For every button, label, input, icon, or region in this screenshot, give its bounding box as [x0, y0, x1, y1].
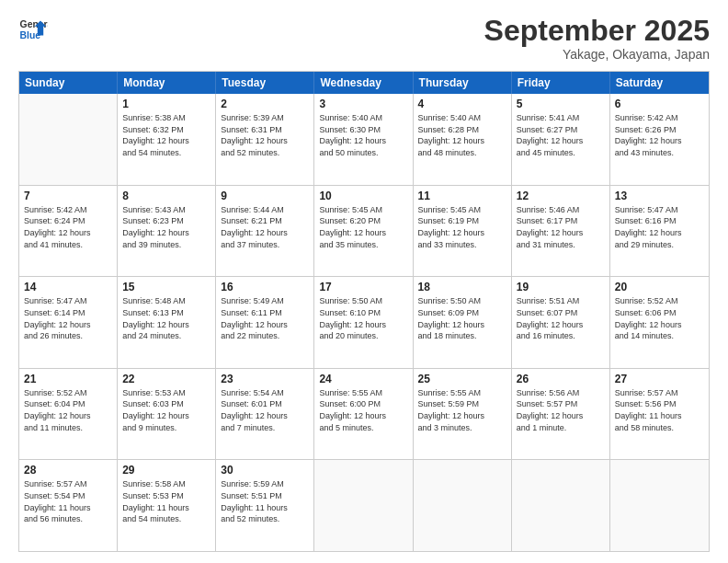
day-number: 12 [517, 190, 605, 202]
day-info: Sunrise: 5:56 AM Sunset: 5:57 PM Dayligh… [517, 387, 605, 433]
day-info: Sunrise: 5:47 AM Sunset: 6:16 PM Dayligh… [615, 204, 704, 250]
calendar-header: SundayMondayTuesdayWednesdayThursdayFrid… [19, 72, 709, 94]
day-number: 7 [24, 190, 112, 202]
day-number: 23 [221, 373, 309, 385]
day-number: 15 [122, 281, 210, 293]
calendar-cell: 23Sunrise: 5:54 AM Sunset: 6:01 PM Dayli… [216, 369, 314, 460]
day-info: Sunrise: 5:53 AM Sunset: 6:03 PM Dayligh… [122, 387, 210, 433]
day-number: 2 [221, 98, 309, 110]
day-info: Sunrise: 5:54 AM Sunset: 6:01 PM Dayligh… [221, 387, 309, 433]
logo-icon: General Blue [18, 15, 48, 44]
calendar-row: 1Sunrise: 5:38 AM Sunset: 6:32 PM Daylig… [19, 94, 709, 185]
day-info: Sunrise: 5:41 AM Sunset: 6:27 PM Dayligh… [517, 112, 605, 158]
day-info: Sunrise: 5:57 AM Sunset: 5:56 PM Dayligh… [615, 387, 704, 433]
weekday-header: Friday [512, 72, 610, 94]
day-number: 1 [122, 98, 210, 110]
calendar-cell: 4Sunrise: 5:40 AM Sunset: 6:28 PM Daylig… [414, 94, 512, 185]
calendar-cell: 2Sunrise: 5:39 AM Sunset: 6:31 PM Daylig… [216, 94, 314, 185]
calendar-cell: 14Sunrise: 5:47 AM Sunset: 6:14 PM Dayli… [19, 277, 118, 368]
calendar-body: 1Sunrise: 5:38 AM Sunset: 6:32 PM Daylig… [19, 94, 709, 551]
calendar-cell: 6Sunrise: 5:42 AM Sunset: 6:26 PM Daylig… [610, 94, 709, 185]
day-info: Sunrise: 5:38 AM Sunset: 6:32 PM Dayligh… [122, 112, 210, 158]
day-number: 18 [418, 281, 506, 293]
calendar-cell: 10Sunrise: 5:45 AM Sunset: 6:20 PM Dayli… [314, 186, 413, 277]
logo: General Blue [18, 15, 48, 44]
day-number: 27 [615, 373, 704, 385]
day-number: 20 [615, 281, 704, 293]
day-info: Sunrise: 5:59 AM Sunset: 5:51 PM Dayligh… [221, 478, 309, 524]
day-number: 5 [517, 98, 605, 110]
day-number: 29 [122, 464, 210, 477]
day-number: 10 [319, 190, 407, 202]
day-number: 6 [615, 98, 704, 110]
day-info: Sunrise: 5:45 AM Sunset: 6:20 PM Dayligh… [319, 204, 407, 250]
day-number: 26 [517, 373, 605, 385]
calendar-cell: 9Sunrise: 5:44 AM Sunset: 6:21 PM Daylig… [216, 186, 314, 277]
calendar-cell: 20Sunrise: 5:52 AM Sunset: 6:06 PM Dayli… [610, 277, 709, 368]
day-info: Sunrise: 5:45 AM Sunset: 6:19 PM Dayligh… [418, 204, 506, 250]
calendar-cell: 8Sunrise: 5:43 AM Sunset: 6:23 PM Daylig… [118, 186, 216, 277]
calendar-cell: 13Sunrise: 5:47 AM Sunset: 6:16 PM Dayli… [610, 186, 709, 277]
calendar-cell: 28Sunrise: 5:57 AM Sunset: 5:54 PM Dayli… [19, 460, 118, 551]
calendar-cell: 5Sunrise: 5:41 AM Sunset: 6:27 PM Daylig… [512, 94, 610, 185]
location: Yakage, Okayama, Japan [484, 47, 710, 62]
calendar-cell: 25Sunrise: 5:55 AM Sunset: 5:59 PM Dayli… [414, 369, 512, 460]
day-info: Sunrise: 5:57 AM Sunset: 5:54 PM Dayligh… [24, 478, 112, 524]
page-header: General Blue September 2025 Yakage, Okay… [18, 15, 710, 62]
day-number: 8 [122, 190, 210, 202]
day-info: Sunrise: 5:40 AM Sunset: 6:30 PM Dayligh… [319, 112, 407, 158]
calendar-cell: 24Sunrise: 5:55 AM Sunset: 6:00 PM Dayli… [314, 369, 413, 460]
calendar-cell [610, 460, 709, 551]
day-info: Sunrise: 5:50 AM Sunset: 6:10 PM Dayligh… [319, 295, 407, 341]
calendar-cell: 1Sunrise: 5:38 AM Sunset: 6:32 PM Daylig… [118, 94, 216, 185]
day-number: 14 [24, 281, 112, 293]
day-number: 11 [418, 190, 506, 202]
calendar-cell [314, 460, 413, 551]
day-info: Sunrise: 5:50 AM Sunset: 6:09 PM Dayligh… [418, 295, 506, 341]
calendar-cell [19, 94, 118, 185]
calendar-cell: 12Sunrise: 5:46 AM Sunset: 6:17 PM Dayli… [512, 186, 610, 277]
title-block: September 2025 Yakage, Okayama, Japan [484, 15, 710, 62]
weekday-header: Wednesday [314, 72, 413, 94]
day-info: Sunrise: 5:47 AM Sunset: 6:14 PM Dayligh… [24, 295, 112, 341]
day-info: Sunrise: 5:55 AM Sunset: 6:00 PM Dayligh… [319, 387, 407, 433]
calendar: SundayMondayTuesdayWednesdayThursdayFrid… [18, 71, 710, 552]
calendar-cell [414, 460, 512, 551]
day-number: 21 [24, 373, 112, 385]
calendar-row: 7Sunrise: 5:42 AM Sunset: 6:24 PM Daylig… [19, 185, 709, 277]
calendar-cell: 29Sunrise: 5:58 AM Sunset: 5:53 PM Dayli… [118, 460, 216, 551]
calendar-cell: 7Sunrise: 5:42 AM Sunset: 6:24 PM Daylig… [19, 186, 118, 277]
day-info: Sunrise: 5:44 AM Sunset: 6:21 PM Dayligh… [221, 204, 309, 250]
calendar-cell: 22Sunrise: 5:53 AM Sunset: 6:03 PM Dayli… [118, 369, 216, 460]
calendar-cell: 17Sunrise: 5:50 AM Sunset: 6:10 PM Dayli… [314, 277, 413, 368]
weekday-header: Saturday [610, 72, 709, 94]
day-info: Sunrise: 5:49 AM Sunset: 6:11 PM Dayligh… [221, 295, 309, 341]
day-number: 4 [418, 98, 506, 110]
calendar-cell: 3Sunrise: 5:40 AM Sunset: 6:30 PM Daylig… [314, 94, 413, 185]
weekday-header: Monday [118, 72, 216, 94]
day-info: Sunrise: 5:39 AM Sunset: 6:31 PM Dayligh… [221, 112, 309, 158]
day-info: Sunrise: 5:46 AM Sunset: 6:17 PM Dayligh… [517, 204, 605, 250]
day-number: 16 [221, 281, 309, 293]
day-number: 3 [319, 98, 407, 110]
day-info: Sunrise: 5:48 AM Sunset: 6:13 PM Dayligh… [122, 295, 210, 341]
calendar-cell: 21Sunrise: 5:52 AM Sunset: 6:04 PM Dayli… [19, 369, 118, 460]
calendar-cell: 30Sunrise: 5:59 AM Sunset: 5:51 PM Dayli… [216, 460, 314, 551]
day-number: 19 [517, 281, 605, 293]
calendar-cell: 26Sunrise: 5:56 AM Sunset: 5:57 PM Dayli… [512, 369, 610, 460]
day-info: Sunrise: 5:52 AM Sunset: 6:06 PM Dayligh… [615, 295, 704, 341]
day-info: Sunrise: 5:55 AM Sunset: 5:59 PM Dayligh… [418, 387, 506, 433]
calendar-cell: 11Sunrise: 5:45 AM Sunset: 6:19 PM Dayli… [414, 186, 512, 277]
calendar-cell: 16Sunrise: 5:49 AM Sunset: 6:11 PM Dayli… [216, 277, 314, 368]
day-info: Sunrise: 5:51 AM Sunset: 6:07 PM Dayligh… [517, 295, 605, 341]
day-number: 9 [221, 190, 309, 202]
calendar-row: 28Sunrise: 5:57 AM Sunset: 5:54 PM Dayli… [19, 459, 709, 551]
day-number: 30 [221, 464, 309, 477]
day-number: 28 [24, 464, 112, 477]
calendar-row: 14Sunrise: 5:47 AM Sunset: 6:14 PM Dayli… [19, 276, 709, 368]
day-number: 13 [615, 190, 704, 202]
day-info: Sunrise: 5:42 AM Sunset: 6:26 PM Dayligh… [615, 112, 704, 158]
calendar-cell [512, 460, 610, 551]
calendar-cell: 18Sunrise: 5:50 AM Sunset: 6:09 PM Dayli… [414, 277, 512, 368]
day-info: Sunrise: 5:43 AM Sunset: 6:23 PM Dayligh… [122, 204, 210, 250]
